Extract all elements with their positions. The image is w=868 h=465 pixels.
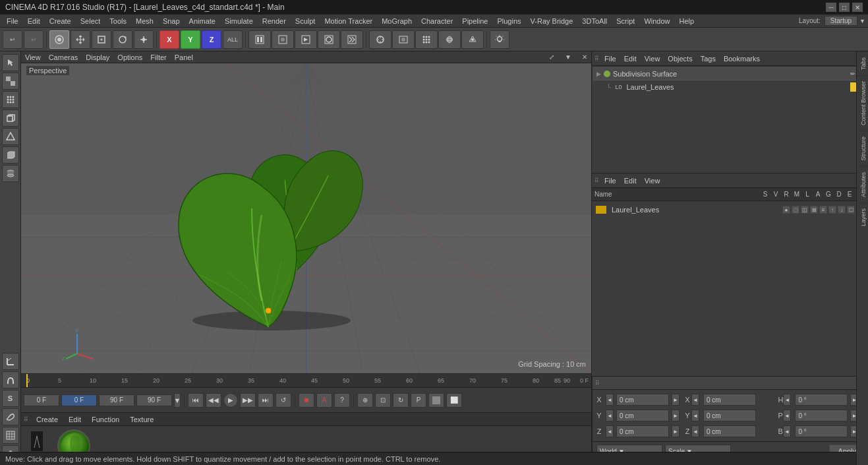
- z-axis-button[interactable]: Z: [202, 30, 221, 49]
- attr-icon-v[interactable]: ◌: [792, 206, 799, 214]
- scale-tool-button[interactable]: [92, 30, 111, 49]
- rotate-tool-button[interactable]: [113, 30, 132, 49]
- menu-mograph[interactable]: MoGraph: [378, 16, 416, 26]
- coord-x-arrow-right[interactable]: ►: [672, 394, 680, 406]
- viewport-x-icon[interactable]: ✕: [582, 53, 587, 61]
- obj-menu-tags[interactable]: Tags: [698, 54, 718, 63]
- tl-rotate-btn[interactable]: ↻: [393, 393, 409, 408]
- render-mode-btn[interactable]: [369, 30, 391, 49]
- obj-item-subdivision[interactable]: ▶ Subdivision Surface ✏ ✓: [593, 67, 867, 80]
- menu-mesh[interactable]: Mesh: [132, 16, 158, 26]
- menu-snap[interactable]: Snap: [159, 16, 184, 26]
- viewport-menu-filter[interactable]: Filter: [150, 53, 166, 61]
- obj-menu-bookmarks[interactable]: Bookmarks: [721, 54, 763, 63]
- dots-btn[interactable]: [2, 91, 19, 108]
- coord-x-input[interactable]: [616, 394, 669, 406]
- mat-menu-edit[interactable]: Edit: [66, 415, 84, 424]
- viewport-menu-view[interactable]: View: [25, 53, 41, 61]
- menu-3dtoall[interactable]: 3DToAll: [578, 16, 611, 26]
- prev-frame-btn[interactable]: ◀◀: [206, 393, 221, 408]
- attr-menu-edit[interactable]: Edit: [622, 176, 639, 185]
- menu-file[interactable]: File: [3, 16, 22, 26]
- render-sphere-btn[interactable]: [438, 30, 461, 49]
- menu-edit[interactable]: Edit: [24, 16, 44, 26]
- frame-arrow[interactable]: ▼: [174, 393, 181, 408]
- tl-help-btn[interactable]: ?: [334, 393, 350, 408]
- menu-animate[interactable]: Animate: [185, 16, 219, 26]
- menu-create[interactable]: Create: [45, 16, 75, 26]
- menu-select[interactable]: Select: [76, 16, 105, 26]
- attr-menu-file[interactable]: File: [602, 176, 619, 185]
- layout-dropdown[interactable]: Startup: [825, 16, 857, 26]
- attr-menu-view[interactable]: View: [642, 176, 663, 185]
- loop-btn[interactable]: ↺: [275, 393, 291, 408]
- coord-x-arrow-left[interactable]: ◄: [606, 394, 614, 406]
- light-button[interactable]: [490, 30, 509, 49]
- coord-b-input[interactable]: [795, 425, 848, 437]
- render-dots-btn[interactable]: [415, 30, 438, 49]
- cylinder-btn[interactable]: [2, 165, 19, 182]
- tl-move-btn[interactable]: ⊕: [357, 393, 373, 408]
- menu-help[interactable]: Help: [676, 16, 699, 26]
- move-tool-button[interactable]: [71, 30, 90, 49]
- all-axis-button[interactable]: ALL: [223, 30, 243, 49]
- magnet-btn[interactable]: [2, 371, 19, 388]
- attr-icon-r[interactable]: ◫: [801, 206, 809, 214]
- menu-sculpt[interactable]: Sculpt: [291, 16, 320, 26]
- coord-b-arrow[interactable]: ◄: [783, 425, 791, 437]
- cube-btn[interactable]: [2, 146, 19, 164]
- play-btn[interactable]: ▶: [223, 393, 238, 408]
- viewport-expand-icon[interactable]: ⤢: [549, 53, 554, 61]
- grid-btn[interactable]: [2, 427, 19, 444]
- anim-btn-4[interactable]: [318, 30, 340, 49]
- obj-item-laurel[interactable]: └ L0 Laurel_Leaves ·: [593, 80, 867, 94]
- menu-plugins[interactable]: Plugins: [493, 16, 525, 26]
- tl-select-btn[interactable]: ⊡: [375, 393, 391, 408]
- menu-motion-tracker[interactable]: Motion Tracker: [320, 16, 376, 26]
- edit-mode-btn[interactable]: [2, 128, 19, 145]
- frame-start-input[interactable]: [61, 394, 97, 406]
- anim-btn-2[interactable]: [272, 30, 294, 49]
- next-frame-btn[interactable]: ▶▶: [240, 393, 256, 408]
- select-tool-btn[interactable]: [2, 54, 19, 71]
- tl-grid2-btn[interactable]: [428, 393, 444, 408]
- vtab-layers[interactable]: Layers: [857, 202, 868, 232]
- viewport-menu-display[interactable]: Display: [86, 53, 109, 61]
- anim-btn-3[interactable]: [295, 30, 317, 49]
- vtab-attributes[interactable]: Attributes: [857, 166, 868, 202]
- obj-menu-objects[interactable]: Objects: [665, 54, 695, 63]
- minimize-button[interactable]: ─: [826, 3, 836, 12]
- coord-y-arrow-left[interactable]: ◄: [606, 410, 614, 421]
- vtab-structure[interactable]: Structure: [857, 131, 868, 166]
- coord-z-input[interactable]: [616, 425, 669, 437]
- attr-icon-g[interactable]: ↓: [838, 206, 846, 214]
- coord-x2-input[interactable]: [703, 394, 756, 406]
- current-frame-input[interactable]: [24, 394, 59, 406]
- menu-pipeline[interactable]: Pipeline: [458, 16, 492, 26]
- anim-btn-5[interactable]: [341, 30, 363, 49]
- model-mode-button[interactable]: [49, 30, 69, 49]
- tl-panel-btn[interactable]: ⬜: [446, 393, 462, 408]
- coord-y2-input[interactable]: [703, 410, 756, 421]
- goto-end-btn[interactable]: ⏭: [258, 393, 274, 408]
- mat-menu-texture[interactable]: Texture: [127, 415, 156, 424]
- obj-menu-view[interactable]: View: [642, 54, 663, 63]
- playhead[interactable]: [26, 374, 28, 387]
- coord-y2-arrow-left[interactable]: ◄: [691, 410, 699, 421]
- coord-h-arrow[interactable]: ◄: [783, 394, 791, 406]
- viewport-menu-options[interactable]: Options: [117, 53, 142, 61]
- x-axis-button[interactable]: X: [159, 30, 179, 49]
- menu-simulate[interactable]: Simulate: [221, 16, 257, 26]
- vtab-tabs[interactable]: Tabs: [857, 51, 868, 75]
- coord-y-arrow-right[interactable]: ►: [672, 410, 680, 421]
- coord-z-arrow-left[interactable]: ◄: [606, 425, 614, 437]
- undo-button[interactable]: ↩: [3, 30, 22, 49]
- checkerboard-btn[interactable]: [2, 73, 19, 90]
- y-axis-button[interactable]: Y: [181, 30, 200, 49]
- attr-icon-l[interactable]: ≡: [819, 206, 827, 214]
- coord-y-input[interactable]: [616, 410, 669, 421]
- sculpt-btn[interactable]: [2, 408, 19, 425]
- menu-window[interactable]: Window: [640, 16, 674, 26]
- render-view-btn[interactable]: [392, 30, 415, 49]
- viewport-menu-panel[interactable]: Panel: [175, 53, 193, 61]
